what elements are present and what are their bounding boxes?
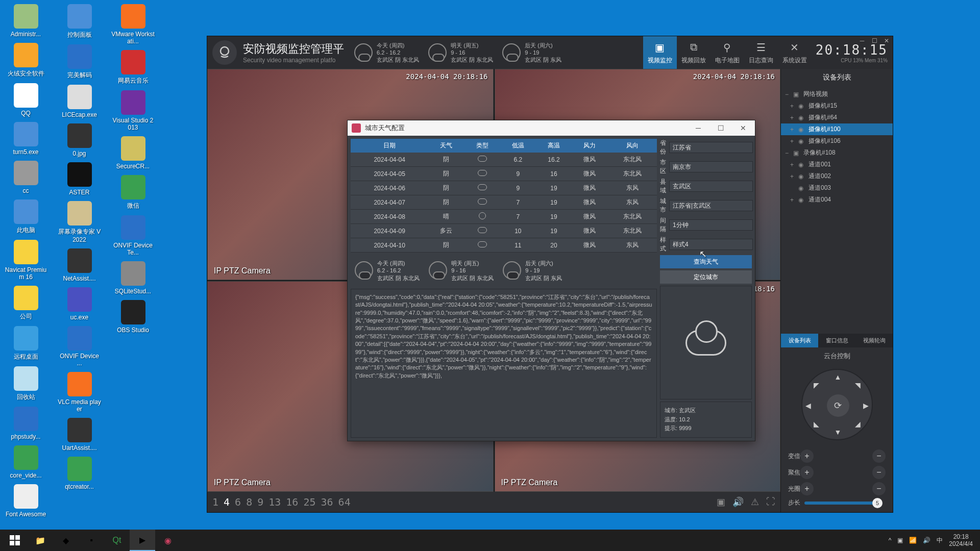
- nav-tab[interactable]: ☰日志查询: [744, 36, 778, 69]
- tree-row[interactable]: −▣网络视频: [781, 88, 893, 100]
- layout-button[interactable]: 36: [321, 496, 333, 508]
- taskbar-app2[interactable]: ◉: [155, 530, 181, 551]
- tray-ime-icon[interactable]: 中: [937, 536, 943, 545]
- tree-row[interactable]: +◉通道001: [781, 159, 893, 170]
- ptz-minus-button[interactable]: −: [872, 449, 886, 463]
- tree-row[interactable]: +◉通道002: [781, 170, 893, 182]
- desktop-icon[interactable]: qtcreator...: [58, 457, 101, 490]
- ptz-step-slider[interactable]: [804, 502, 881, 505]
- full-city-input[interactable]: [669, 200, 753, 211]
- layout-button[interactable]: 6: [235, 496, 241, 508]
- table-row[interactable]: 2024-04-08晴719微风东北风: [351, 210, 657, 224]
- ptz-minus-button[interactable]: −: [872, 482, 886, 495]
- desktop-icon[interactable]: LICEcap.exe: [58, 85, 101, 118]
- tray-volume-icon[interactable]: 🔊: [923, 537, 930, 544]
- desktop-icon[interactable]: turn5.exe: [4, 122, 47, 156]
- desktop-icon[interactable]: SecureCR...: [111, 136, 155, 170]
- ptz-wheel[interactable]: ▲ ▼ ◀ ▶ ◤ ◥ ◣ ◢ ⟳: [801, 369, 873, 440]
- desktop-icon[interactable]: 远程桌面: [4, 326, 47, 361]
- ptz-downright-icon[interactable]: ◢: [855, 420, 861, 428]
- fullscreen-icon[interactable]: ⛶: [766, 496, 775, 508]
- dialog-titlebar[interactable]: 城市天气配置 ─ ☐ ✕: [348, 120, 755, 136]
- layout-button[interactable]: 16: [286, 496, 298, 508]
- desktop-icon[interactable]: phpstudy...: [4, 407, 47, 440]
- taskbar-terminal[interactable]: ▪: [79, 530, 104, 551]
- start-button[interactable]: [2, 530, 28, 551]
- taskbar-clock[interactable]: 20:18 2024/4/4: [949, 533, 973, 548]
- tree-row[interactable]: +◉摄像机#106: [781, 135, 893, 147]
- layout-button[interactable]: 64: [338, 496, 351, 508]
- volume-icon[interactable]: 🔊: [732, 496, 744, 508]
- desktop-icon[interactable]: VMware Workstati...: [111, 4, 155, 45]
- layout-button[interactable]: 8: [246, 496, 252, 508]
- ptz-up-icon[interactable]: ▲: [835, 373, 842, 381]
- ptz-right-icon[interactable]: ▶: [863, 402, 869, 410]
- desktop-icon[interactable]: Navicat Premium 16: [4, 240, 47, 281]
- desktop-icon[interactable]: Visual Studio 2013: [111, 90, 155, 131]
- tray-network-icon[interactable]: 📶: [909, 537, 917, 544]
- desktop-icon[interactable]: Font Awesome: [4, 484, 47, 518]
- county-select[interactable]: [669, 181, 753, 192]
- tray-app-icon[interactable]: ▣: [897, 537, 903, 544]
- table-row[interactable]: 2024-04-06阴919微风东风: [351, 181, 657, 195]
- desktop-icon[interactable]: 完美解码: [58, 44, 101, 80]
- style-select[interactable]: [669, 239, 753, 250]
- ptz-minus-button[interactable]: −: [872, 466, 886, 479]
- desktop-icon[interactable]: SQLiteStud...: [111, 261, 155, 295]
- desktop-icon[interactable]: 控制面板: [58, 4, 101, 39]
- ptz-down-icon[interactable]: ▼: [835, 428, 842, 436]
- tray-chevron-icon[interactable]: ^: [889, 537, 892, 544]
- system-tray[interactable]: ^ ▣ 📶 🔊 中 20:18 2024/4/4: [889, 533, 978, 548]
- city-select[interactable]: [669, 161, 753, 172]
- table-row[interactable]: 2024-04-07阴719微风东风: [351, 195, 657, 210]
- desktop-icon[interactable]: ASTER: [58, 162, 101, 196]
- interval-select[interactable]: [669, 219, 753, 231]
- nav-tab[interactable]: ⚲电子地图: [710, 36, 744, 69]
- layout-button[interactable]: 25: [303, 496, 315, 508]
- table-row[interactable]: 2024-04-09多云1019微风东北风: [351, 224, 657, 238]
- table-row[interactable]: 2024-04-04阴6.216.2微风东北风: [351, 153, 657, 167]
- table-row[interactable]: 2024-04-05阴916微风东北风: [351, 167, 657, 181]
- tree-row[interactable]: +◉摄像机#64: [781, 112, 893, 123]
- tree-row[interactable]: +◉摄像机#100: [781, 123, 893, 135]
- table-row[interactable]: 2024-04-10阴1120微风东风: [351, 238, 657, 253]
- side-tab[interactable]: 视频轮询: [855, 334, 893, 347]
- dialog-maximize-button[interactable]: ☐: [713, 124, 728, 132]
- alert-icon[interactable]: ⚠: [751, 496, 759, 508]
- desktop-icon[interactable]: ONVIF Device Te...: [111, 215, 155, 256]
- desktop-icon[interactable]: ONVIF Device ...: [58, 326, 101, 367]
- ptz-downleft-icon[interactable]: ◣: [814, 420, 819, 428]
- query-weather-button[interactable]: 查询天气: [660, 255, 752, 268]
- ptz-plus-button[interactable]: +: [800, 466, 814, 479]
- tree-row[interactable]: −▣录像机#108: [781, 147, 893, 159]
- desktop-icon[interactable]: uc.exe: [58, 287, 101, 321]
- desktop-icon[interactable]: 回收站: [4, 366, 47, 402]
- desktop-icon[interactable]: OBS Studio: [111, 300, 155, 334]
- nav-tab[interactable]: ✕系统设置: [778, 36, 812, 69]
- desktop-icon[interactable]: 网易云音乐: [111, 50, 155, 85]
- tree-row[interactable]: +◉通道004: [781, 194, 893, 206]
- ptz-plus-button[interactable]: +: [800, 482, 814, 495]
- desktop-icon[interactable]: NetAssist....: [58, 248, 101, 282]
- ptz-left-icon[interactable]: ◀: [805, 402, 811, 410]
- taskbar-explorer[interactable]: 📁: [28, 530, 53, 551]
- taskbar-app1[interactable]: ◆: [53, 530, 79, 551]
- province-select[interactable]: [669, 142, 753, 153]
- snapshot-icon[interactable]: ▣: [717, 496, 725, 508]
- desktop-icon[interactable]: Administr...: [4, 4, 47, 38]
- layout-button[interactable]: 4: [224, 496, 230, 508]
- desktop-icon[interactable]: core_vide...: [4, 445, 47, 479]
- taskbar-qt[interactable]: Qt: [104, 530, 130, 551]
- dialog-minimize-button[interactable]: ─: [691, 124, 706, 132]
- locate-city-button[interactable]: 定位城市: [660, 270, 752, 284]
- taskbar-player[interactable]: ▶: [130, 530, 155, 551]
- desktop-icon[interactable]: 公司: [4, 286, 47, 321]
- ptz-upleft-icon[interactable]: ◤: [814, 381, 819, 389]
- ptz-refresh-icon[interactable]: ⟳: [827, 394, 849, 417]
- desktop-icon[interactable]: 0.jpg: [58, 123, 101, 157]
- maximize-button[interactable]: ☐: [870, 37, 878, 45]
- tree-row[interactable]: ◉通道003: [781, 182, 893, 194]
- desktop-icon[interactable]: 火绒安全软件: [4, 43, 47, 78]
- tree-row[interactable]: +◉摄像机#15: [781, 100, 893, 112]
- side-tab[interactable]: 设备列表: [781, 334, 818, 347]
